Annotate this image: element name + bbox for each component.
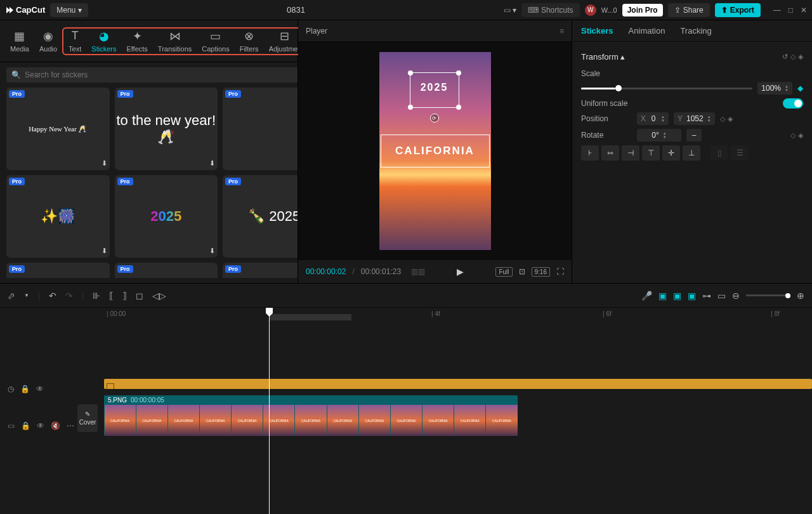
redo-button[interactable]: ↷ (65, 291, 73, 301)
sticker-cell[interactable]: Pro to the new year! 🥂 ⬇ (115, 88, 218, 170)
selection-box[interactable]: 2025 ⟳ (410, 72, 459, 108)
sticker-cell[interactable]: Pro ⬇ (223, 88, 298, 170)
search-input-wrap[interactable]: 🔍 (6, 67, 298, 82)
keyframe-rotate-add-icon[interactable]: ◈ (798, 131, 803, 140)
tab-media[interactable]: ▦Media (5, 30, 34, 53)
cover-button[interactable]: ✎ Cover (77, 404, 98, 432)
rotate-input[interactable]: 0°▲▼ (637, 129, 681, 142)
rotate-reset-button[interactable]: – (686, 129, 702, 142)
minimize-icon[interactable]: — (773, 6, 781, 15)
sticker-cell[interactable]: Pro ✨🎆 ⬇ (6, 175, 110, 258)
crop-icon[interactable]: ⊡ (519, 267, 525, 276)
text-california[interactable]: CALIFORNIA (381, 135, 490, 168)
keyframe-rotate-icon[interactable]: ◇ (790, 131, 796, 140)
tab-text[interactable]: TText (63, 30, 86, 53)
user-avatar[interactable]: W (585, 4, 596, 16)
sticker-cell[interactable]: Pro Happy New Year 🥂 ⬇ (6, 88, 110, 170)
compare-icon[interactable]: ▥▥ (411, 267, 425, 276)
shortcuts-button[interactable]: ⌨Shortcuts (521, 3, 580, 17)
export-button[interactable]: ⬆Export (715, 3, 761, 17)
player-viewport[interactable]: 2025 ⟳ CALIFORNIA (298, 42, 572, 260)
menu-button[interactable]: Menu▾ (50, 3, 88, 17)
fullscreen-icon[interactable]: ⛶ (556, 267, 564, 276)
zoom-slider[interactable] (746, 294, 790, 296)
lock-icon[interactable]: 🔒 (21, 421, 30, 430)
zoom-in-icon[interactable]: ⊕ (797, 291, 804, 301)
sticker-cell[interactable]: Pro ✦ ⬇ (223, 263, 298, 278)
select-tool[interactable]: ⬀ (8, 291, 15, 301)
mic-icon[interactable]: 🎤 (641, 291, 652, 301)
playhead[interactable] (269, 308, 270, 514)
link-icon[interactable]: ⊶ (702, 291, 711, 301)
video-icon[interactable]: ▭ (8, 421, 15, 430)
select-mode-dropdown[interactable]: ▼ (24, 293, 29, 298)
share-button[interactable]: ⇪Share (668, 3, 710, 17)
keyframe-add-icon[interactable]: ◈ (798, 53, 803, 61)
reset-transform-icon[interactable]: ↺ (782, 53, 788, 61)
position-y-input[interactable]: Y1052▲▼ (674, 112, 715, 125)
split-button[interactable]: ⊪ (93, 291, 100, 301)
download-icon[interactable]: ⬇ (209, 159, 215, 168)
mute-icon[interactable]: 🔇 (51, 421, 60, 430)
download-icon[interactable]: ⬇ (102, 247, 107, 255)
keyframe-scale-icon[interactable]: ◆ (797, 84, 803, 93)
badge-full[interactable]: Full (495, 267, 512, 277)
sticker-cell[interactable]: Pro 🎉 ⬇ (115, 263, 218, 278)
more-icon[interactable]: ⋯ (67, 421, 74, 430)
close-icon[interactable]: ✕ (801, 6, 807, 15)
undo-button[interactable]: ↶ (49, 291, 56, 301)
magnet-right-icon[interactable]: ▣ (688, 291, 696, 301)
zoom-out-icon[interactable]: ⊖ (732, 291, 740, 301)
props-tab-animation[interactable]: Animation (629, 26, 665, 36)
align-right-button[interactable]: ⊣ (622, 145, 639, 161)
trim-left-button[interactable]: ⟦ (109, 291, 114, 301)
uniform-scale-toggle[interactable] (783, 98, 803, 109)
props-tab-stickers[interactable]: Stickers (581, 26, 613, 36)
keyframe-diamond-icon[interactable]: ◇ (790, 53, 796, 61)
align-top-button[interactable]: ⊤ (642, 145, 660, 161)
player-menu-icon[interactable]: ≡ (560, 27, 564, 36)
maximize-icon[interactable]: □ (789, 6, 793, 15)
scale-value-input[interactable]: 100%▲▼ (757, 82, 792, 95)
transform-label[interactable]: Transform ▴ (581, 52, 625, 62)
badge-ratio[interactable]: 9:16 (532, 267, 550, 277)
tab-audio[interactable]: ◉Audio (34, 30, 62, 53)
tab-effects[interactable]: ✦Effects (121, 30, 152, 53)
play-button[interactable]: ▶ (457, 267, 464, 277)
magnet-center-icon[interactable]: ▣ (673, 291, 681, 301)
align-bottom-button[interactable]: ⊥ (683, 145, 700, 161)
align-left-button[interactable]: ⊦ (581, 145, 599, 161)
timeline-tracks[interactable]: | 00:00 | 4f | 6f | 8f 5.PNG 00:00:00:05 (102, 308, 812, 514)
position-x-input[interactable]: X0▲▼ (637, 112, 669, 125)
mirror-button[interactable]: ◁▷ (152, 291, 166, 301)
video-clip[interactable]: 5.PNG 00:00:00:05 CALIFORNIACALIFORNIACA… (104, 395, 518, 436)
lock-icon[interactable]: 🔒 (20, 385, 30, 393)
crop-button[interactable]: ◻ (136, 291, 143, 301)
sticker-cell[interactable]: Pro 2025 ⬇ (115, 175, 218, 258)
join-pro-button[interactable]: Join Pro (622, 4, 663, 16)
clock-icon[interactable]: ◷ (8, 385, 14, 393)
eye-icon[interactable]: 👁 (36, 385, 44, 393)
timeline-ruler[interactable]: | 00:00 | 4f | 6f | 8f (102, 308, 812, 322)
eye-icon[interactable]: 👁 (37, 421, 44, 430)
sticker-cell[interactable]: Pro 🥂 ⬇ (6, 263, 110, 278)
caption-clip[interactable] (104, 379, 812, 389)
download-icon[interactable]: ⬇ (209, 247, 215, 255)
align-center-v-button[interactable]: ✛ (662, 145, 680, 161)
sticker-cell[interactable]: Pro 🍾 2025 ⬇ (223, 175, 298, 258)
props-tab-tracking[interactable]: Tracking (680, 26, 711, 36)
search-input[interactable] (25, 70, 298, 79)
rotate-handle-icon[interactable]: ⟳ (430, 114, 439, 122)
magnet-left-icon[interactable]: ▣ (658, 291, 667, 301)
keyframe-pos-icon[interactable]: ◇ (720, 115, 725, 123)
preview-icon[interactable]: ▭ (717, 291, 726, 301)
trim-right-button[interactable]: ⟧ (122, 291, 127, 301)
scale-slider[interactable] (581, 88, 752, 89)
tab-stickers[interactable]: ◕Stickers (86, 30, 121, 53)
tab-transitions[interactable]: ⋈Transitions (153, 30, 197, 53)
tab-captions[interactable]: ▭Captions (197, 30, 234, 53)
keyframe-pos-add-icon[interactable]: ◈ (728, 115, 733, 123)
align-center-h-button[interactable]: ⇿ (601, 145, 619, 161)
aspect-icon[interactable]: ▭ ▾ (504, 6, 516, 15)
tab-filters[interactable]: ⊗Filters (235, 30, 264, 53)
